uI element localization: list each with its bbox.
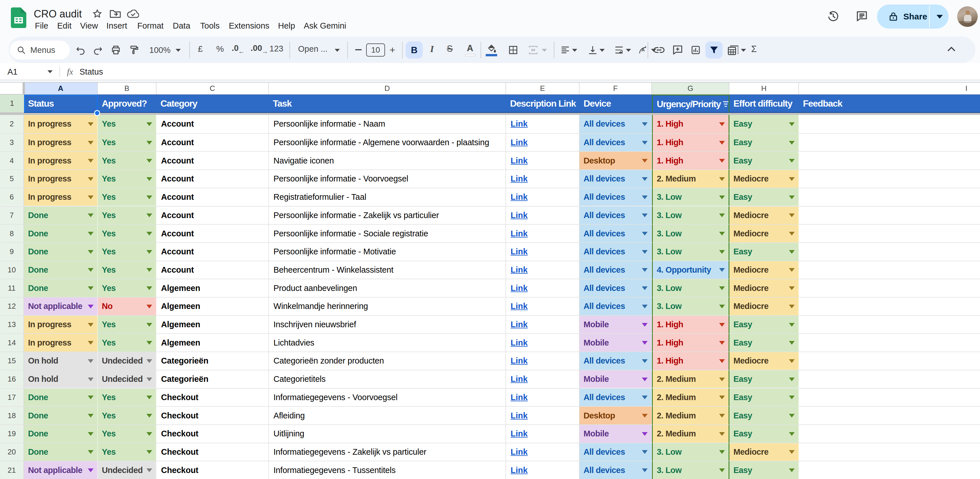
svg-text:A: A — [641, 47, 645, 52]
